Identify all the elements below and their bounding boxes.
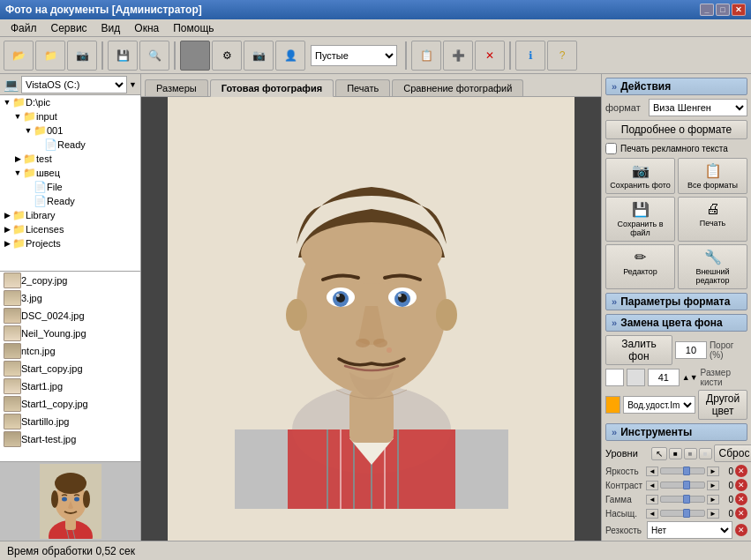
fill-value-input[interactable] [675, 341, 707, 359]
levels-white-btn[interactable]: ■ [699, 448, 712, 459]
print-ad-checkbox[interactable] [605, 143, 617, 154]
tree-expander-input[interactable]: ▼ [12, 112, 23, 121]
toolbar-folder-button[interactable]: 📁 [35, 41, 65, 71]
toolbar-open-button[interactable]: 📂 [4, 41, 34, 71]
tab-compare[interactable]: Сравнение фотографий [392, 79, 523, 96]
tree-item-root[interactable]: ▼ 📁 D:\pic [0, 95, 140, 109]
list-item[interactable]: Startillo.jpg [0, 413, 140, 430]
toolbar-photo-button[interactable]: 📷 [67, 41, 97, 71]
tree-expander-test[interactable]: ▶ [12, 154, 23, 163]
format-select[interactable]: Виза Шенген Загранпаспорт Внутр. паспорт [649, 99, 747, 116]
levels-black-btn[interactable]: ■ [669, 448, 682, 459]
tree-expander-001[interactable]: ▼ [23, 126, 34, 135]
gamma-left-btn[interactable]: ◄ [646, 495, 658, 504]
contrast-slider-thumb[interactable] [683, 481, 690, 489]
levels-pointer-btn[interactable]: ↖ [651, 447, 667, 460]
gamma-reset-btn[interactable]: ✕ [735, 493, 747, 505]
saturation-left-btn[interactable]: ◄ [646, 509, 658, 519]
sharpness-reset-btn[interactable]: ✕ [735, 524, 747, 536]
brush-size-input[interactable] [648, 369, 680, 386]
file-name: 2_copy.jpg [21, 275, 67, 286]
contrast-left-btn[interactable]: ◄ [646, 481, 658, 490]
tree-expander[interactable]: ▼ [2, 98, 12, 107]
tree-item-test[interactable]: ▶ 📁 test [0, 152, 140, 166]
tree-expander-projects[interactable]: ▶ [2, 239, 12, 248]
color-btn-2[interactable] [627, 369, 645, 386]
list-item[interactable]: DSC_0024.jpg [0, 307, 140, 325]
brightness-left-btn[interactable]: ◄ [646, 467, 658, 476]
editor-button[interactable]: ✏ Редактор [605, 244, 675, 289]
color-btn-1[interactable] [605, 369, 624, 386]
list-item[interactable]: Neil_Young.jpg [0, 325, 140, 342]
gamma-slider-thumb[interactable] [683, 495, 690, 504]
toolbar-info-button[interactable]: ℹ [515, 41, 545, 71]
toolbar-person-button[interactable]: 👤 [275, 41, 305, 71]
levels-gray-btn[interactable]: ■ [684, 448, 697, 459]
toolbar-webcam-button[interactable]: 📷 [244, 41, 274, 71]
sharpness-select[interactable]: Нет Слабая Средняя Сильная [647, 521, 732, 539]
toolbar-delete-button[interactable]: ✕ [475, 41, 505, 71]
drive-dropdown-arrow[interactable]: ▼ [129, 80, 137, 89]
minimize-button[interactable]: _ [700, 4, 714, 16]
tab-sizes[interactable]: Размеры [145, 79, 208, 96]
tree-expander-library[interactable]: ▶ [2, 211, 12, 220]
toolbar-help-button[interactable]: ? [547, 41, 577, 71]
menu-help[interactable]: Помощь [166, 20, 221, 36]
tab-print[interactable]: Печать [335, 79, 390, 96]
format-dropdown[interactable]: Пустые Виза Шенген Загранпаспорт [311, 45, 397, 66]
tree-item-shvets[interactable]: ▼ 📁 швец [0, 166, 140, 180]
toolbar-save-button[interactable]: 💾 [108, 41, 138, 71]
toolbar-settings-button[interactable]: ⚙ [212, 41, 242, 71]
tree-item-library[interactable]: ▶ 📁 Library [0, 208, 140, 222]
toolbar-scan-button[interactable]: 🔍 [139, 41, 169, 71]
bg-color-select[interactable]: Вод.удост.Im Белый Серый Синий [623, 396, 695, 414]
levels-reset-button[interactable]: Сброс [714, 444, 751, 462]
menu-service[interactable]: Сервис [44, 20, 94, 36]
save-file-button[interactable]: 💾 Сохранить в файл [605, 197, 675, 242]
gamma-right-btn[interactable]: ► [707, 495, 719, 504]
brush-size-stepper[interactable]: ▲▼ [682, 373, 698, 382]
contrast-right-btn[interactable]: ► [707, 481, 719, 490]
all-formats-button[interactable]: 📋 Все форматы [678, 158, 747, 194]
tree-item-licenses[interactable]: ▶ 📁 Licenses [0, 222, 140, 236]
saturation-right-btn[interactable]: ► [707, 509, 719, 519]
list-item[interactable]: 2_copy.jpg [0, 272, 140, 289]
list-item[interactable]: 3.jpg [0, 289, 140, 307]
close-button[interactable]: ✕ [732, 4, 746, 16]
saturation-reset-btn[interactable]: ✕ [735, 507, 747, 519]
fill-bg-button[interactable]: Залить фон [605, 335, 672, 365]
list-item[interactable]: ntcn.jpg [0, 342, 140, 360]
tree-item-input[interactable]: ▼ 📁 input [0, 109, 140, 123]
list-item[interactable]: Start1_copy.jpg [0, 395, 140, 413]
tree-expander-shvets[interactable]: ▼ [12, 168, 23, 177]
tab-ready-photo[interactable]: Готовая фотография [210, 79, 334, 97]
tree-item-ready1[interactable]: 📄 Ready [0, 138, 140, 152]
brightness-reset-btn[interactable]: ✕ [735, 465, 747, 477]
tree-item-file[interactable]: 📄 File [0, 180, 140, 194]
toolbar-copy-button[interactable]: 📋 [411, 41, 441, 71]
maximize-button[interactable]: □ [716, 4, 730, 16]
menu-file[interactable]: Файл [4, 20, 44, 36]
contrast-reset-btn[interactable]: ✕ [735, 479, 747, 491]
ext-editor-button[interactable]: 🔧 Внешний редактор [678, 244, 747, 289]
brightness-slider-thumb[interactable] [683, 467, 690, 475]
tree-item-001[interactable]: ▼ 📁 001 [0, 123, 140, 138]
other-color-button[interactable]: Другой цвет [698, 390, 747, 420]
tree-item-projects[interactable]: ▶ 📁 Projects [0, 236, 140, 250]
format-detail-button[interactable]: Подробнее о формате [605, 120, 747, 139]
bg-color-swatch[interactable] [605, 396, 620, 414]
toolbar-add-button[interactable]: ➕ [443, 41, 473, 71]
drive-select[interactable]: VistaOS (C:) D: [21, 76, 127, 93]
list-item[interactable]: Start-test.jpg [0, 430, 140, 448]
save-photo-button[interactable]: 📷 Сохранить фото [605, 158, 675, 194]
list-item[interactable]: Start_copy.jpg [0, 360, 140, 377]
toolbar-gray-btn1[interactable] [180, 41, 210, 71]
menu-windows[interactable]: Окна [127, 20, 166, 36]
list-item[interactable]: Start1.jpg [0, 377, 140, 395]
tree-item-ready2[interactable]: 📄 Ready [0, 194, 140, 208]
saturation-slider-thumb[interactable] [683, 509, 690, 518]
brightness-right-btn[interactable]: ► [707, 467, 719, 476]
print-button[interactable]: 🖨 Печать [678, 197, 747, 242]
tree-expander-licenses[interactable]: ▶ [2, 225, 12, 234]
menu-view[interactable]: Вид [94, 20, 128, 36]
